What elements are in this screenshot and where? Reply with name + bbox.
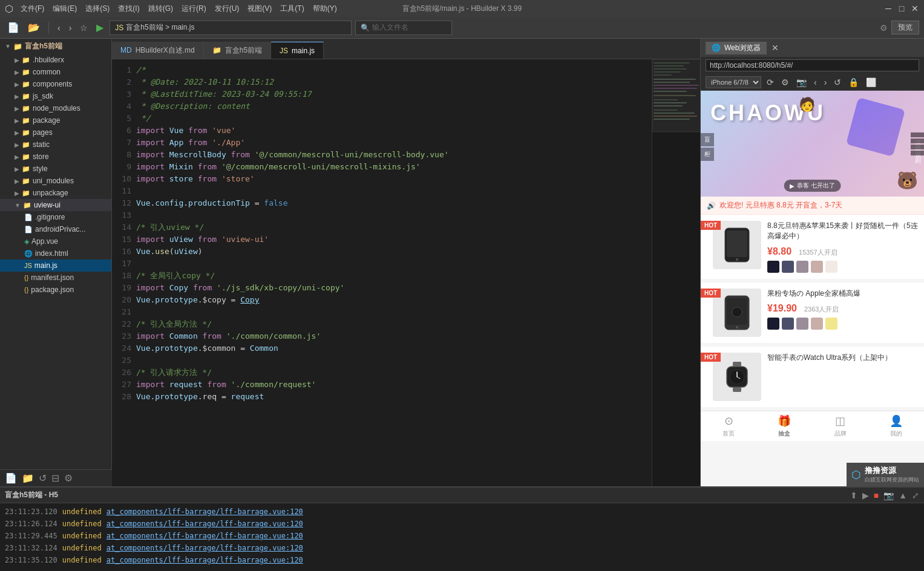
color-dots-2 [767, 318, 918, 330]
sidebar-item-android-privac[interactable]: 📄 androidPrivac... [0, 223, 111, 235]
forward-nav-button[interactable]: › [822, 77, 829, 87]
close-button[interactable]: ✕ [911, 4, 919, 13]
side-btn-dong[interactable]: 动 [911, 139, 924, 143]
sidebar-item-pages[interactable]: ▶ 📁 pages [0, 126, 111, 139]
maximize-button[interactable]: □ [897, 4, 906, 13]
console-link[interactable]: at_components/lff-barrage/lff-barrage.vu… [106, 555, 303, 566]
run-button[interactable]: ▶ [94, 21, 106, 34]
sidebar-item-style[interactable]: ▶ 📁 style [0, 163, 111, 175]
banner-video-button[interactable]: ▶ 恭客 七开出了 [784, 180, 841, 192]
color-dot [767, 318, 779, 330]
settings-button[interactable]: ⚙ [779, 77, 791, 87]
nav-item-home[interactable]: ⊙ 首页 [701, 411, 756, 441]
sidebar-item-components[interactable]: ▶ 📁 components [0, 78, 111, 90]
product-item-3[interactable]: HOT 智能手表のWatch Ultra系列（上架中 [701, 347, 924, 411]
console-link[interactable]: at_components/lff-barrage/lff-barrage.vu… [106, 543, 303, 553]
sidebar-item-package-json[interactable]: {} package.json [0, 284, 111, 296]
tab-folder[interactable]: 📁 盲盒h5前端 [204, 42, 271, 59]
console-time: 23:11:35.120 [5, 555, 57, 566]
file-search-bar[interactable]: 🔍 输入文件名 [355, 21, 452, 35]
nav-item-blind-box[interactable]: 🎁 抽盒 [756, 411, 812, 441]
scroll-up-icon[interactable]: ▲ [899, 491, 907, 500]
folder-icon: 📁 [22, 105, 30, 113]
maximize-console-icon[interactable]: ⤢ [912, 491, 919, 500]
open-folder-button[interactable]: 📂 [25, 21, 42, 34]
left-btn-gui[interactable]: 柜 [701, 148, 714, 161]
tab-main-js[interactable]: JS main.js [271, 42, 324, 59]
code-editor[interactable]: /* * @Date: 2022-10-11 10:15:12 * @LastE… [136, 59, 652, 486]
camera-icon[interactable]: 📷 [883, 491, 894, 500]
devtools-button[interactable]: ⬜ [864, 77, 878, 87]
nav-item-brand[interactable]: ◫ 品牌 [813, 411, 868, 441]
upload-icon[interactable]: ⬆ [850, 491, 857, 500]
json-icon: {} [24, 274, 28, 281]
sidebar-item-hbuilderx[interactable]: ▶ 📁 .hbuilderx [0, 54, 111, 66]
product-price-2: ¥19.90 [767, 303, 797, 314]
side-btn-ze[interactable]: 则 [911, 151, 924, 155]
sidebar-item-index-html[interactable]: 🌐 index.html [0, 247, 111, 259]
sidebar-item-label: pages [33, 128, 53, 137]
sidebar-item-label: package [33, 116, 60, 125]
nav-item-profile[interactable]: 👤 我的 [868, 411, 924, 441]
menu-file[interactable]: 文件(F) [17, 2, 48, 15]
left-btn-mang[interactable]: 盲 [701, 133, 714, 146]
back-button[interactable]: ‹ [55, 22, 63, 34]
console-link[interactable]: at_components/lff-barrage/lff-barrage.vu… [106, 518, 303, 529]
copy-link[interactable]: Copy [240, 294, 259, 306]
minimize-button[interactable]: ─ [884, 4, 893, 13]
screenshot-button[interactable]: 📷 [795, 77, 808, 87]
product-item-1[interactable]: HOT 8.8元旦特惠&苹果15来袭丨好货随机一件（5连高爆必中） ¥8.80 [701, 215, 924, 282]
tab-hbuilderx-md[interactable]: MD HBuilderX自述.md [112, 42, 204, 59]
menu-tools[interactable]: 工具(T) [277, 2, 307, 15]
back-nav-button[interactable]: ‹ [812, 77, 819, 87]
menu-find[interactable]: 查找(I) [114, 2, 143, 15]
bookmark-button[interactable]: ☆ [77, 22, 90, 34]
sidebar-item-js-sdk[interactable]: ▶ 📁 js_sdk [0, 90, 111, 102]
svg-point-21 [736, 258, 738, 261]
line-num: 15 [112, 233, 131, 246]
browser-close-button[interactable]: ✕ [772, 43, 779, 53]
browser-tab[interactable]: 🌐 Web浏览器 [706, 42, 767, 54]
preview-button[interactable]: 预览 [891, 21, 919, 34]
sidebar-item-common[interactable]: ▶ 📁 common [0, 66, 111, 78]
sidebar-item-uview-ui[interactable]: ▼ 📁 uview-ui [0, 199, 111, 211]
console-link[interactable]: at_components/lff-barrage/lff-barrage.vu… [106, 506, 303, 517]
settings-icon[interactable]: ⚙ [64, 472, 73, 484]
menu-run[interactable]: 运行(R) [178, 2, 210, 15]
add-folder-icon[interactable]: 📁 [22, 472, 34, 484]
collapse-icon[interactable]: ⊟ [51, 472, 59, 484]
refresh-screenshot-button[interactable]: ⟳ [765, 77, 776, 87]
new-file-button[interactable]: 📄 [5, 21, 22, 34]
sidebar-item-unpackage[interactable]: ▶ 📁 unpackage [0, 187, 111, 199]
console-link[interactable]: at_components/lff-barrage/lff-barrage.vu… [106, 530, 303, 541]
menu-help[interactable]: 帮助(Y) [309, 2, 341, 15]
sidebar-item-gitignore[interactable]: 📄 .gitignore [0, 211, 111, 223]
sidebar-item-store[interactable]: ▶ 📁 store [0, 151, 111, 163]
menu-publish[interactable]: 发行(U) [211, 2, 243, 15]
sidebar-root-folder[interactable]: ▼ 📁 盲盒h5前端 [0, 39, 111, 54]
side-btn-shi[interactable]: 视 [911, 145, 924, 149]
sidebar-item-static[interactable]: ▶ 📁 static [0, 139, 111, 151]
sidebar-item-label: .hbuilderx [33, 56, 64, 64]
forward-button[interactable]: › [67, 22, 74, 34]
sidebar-item-package[interactable]: ▶ 📁 package [0, 114, 111, 126]
menu-view[interactable]: 视图(V) [244, 2, 275, 15]
side-btn-huo[interactable]: 活 [911, 132, 924, 137]
url-input[interactable] [706, 59, 919, 71]
product-item-2[interactable]: HOT 果粉专场の Apple全家桶高爆 ¥19.90 [701, 282, 924, 347]
sidebar-item-main-js[interactable]: JS main.js [0, 259, 111, 272]
refresh-icon[interactable]: ↺ [39, 472, 47, 484]
sidebar-item-uni-modules[interactable]: ▶ 📁 uni_modules [0, 175, 111, 187]
reload-button[interactable]: ↺ [832, 77, 843, 87]
menu-goto[interactable]: 跳转(G) [145, 2, 177, 15]
stop-icon[interactable]: ■ [874, 491, 879, 500]
hot-badge-2: HOT [701, 289, 721, 298]
sidebar-item-app-vue[interactable]: ◈ App.vue [0, 235, 111, 247]
run-console-icon[interactable]: ▶ [862, 491, 869, 500]
sidebar-item-manifest-json[interactable]: {} manifest.json [0, 272, 111, 284]
sidebar-item-node-modules[interactable]: ▶ 📁 node_modules [0, 102, 111, 114]
menu-edit[interactable]: 编辑(E) [49, 2, 80, 15]
menu-select[interactable]: 选择(S) [82, 2, 113, 15]
add-file-icon[interactable]: 📄 [5, 472, 17, 484]
device-select[interactable]: iPhone 6/7/8 iPhone X iPad Android [706, 76, 761, 88]
